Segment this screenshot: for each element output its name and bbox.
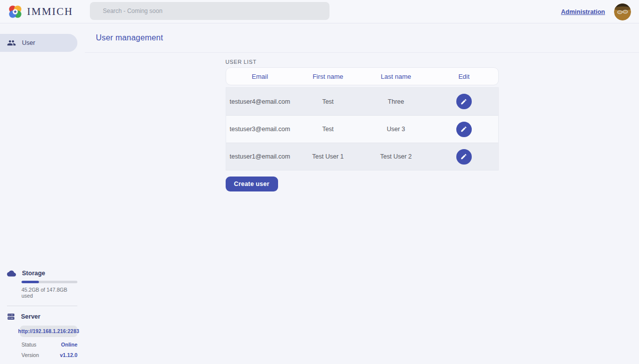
sidebar-status-panel: Storage 45.2GB of 147.8GB used <box>0 270 85 358</box>
top-navbar: IMMICH Administration <box>0 0 639 23</box>
status-label: Status <box>21 342 36 348</box>
create-user-button[interactable]: Create user <box>226 177 278 191</box>
edit-user-button[interactable] <box>456 94 472 109</box>
storage-progress-bar <box>21 281 77 283</box>
server-url-badge: http://192.168.1.216:2283 <box>20 326 77 337</box>
edit-user-button[interactable] <box>456 149 472 165</box>
cell-email: testuser1@email.com <box>226 153 294 160</box>
immich-flower-icon <box>7 3 23 20</box>
table-header: Email First name Last name Edit <box>226 67 499 85</box>
version-label: Version <box>21 352 39 358</box>
user-list-label: USER LIST <box>226 59 499 65</box>
storage-progress-fill <box>21 281 39 283</box>
sidebar-item-user[interactable]: User <box>0 34 77 52</box>
col-header-edit: Edit <box>430 73 498 80</box>
cell-last-name: Test User 2 <box>362 153 430 160</box>
col-header-email: Email <box>226 73 294 80</box>
cell-last-name: Three <box>362 98 430 105</box>
pencil-icon <box>460 153 467 160</box>
edit-user-button[interactable] <box>456 122 472 137</box>
cell-first-name: Test User 1 <box>294 153 362 160</box>
col-header-first-name: First name <box>294 73 362 80</box>
table-row: testuser1@email.com Test User 1 Test Use… <box>226 143 498 170</box>
administration-link[interactable]: Administration <box>561 8 605 15</box>
server-header: Server <box>7 313 77 321</box>
sidebar-item-user-label: User <box>22 39 35 46</box>
search-input[interactable] <box>90 2 329 20</box>
table-body: testuser4@email.com Test Three testuser3… <box>226 87 499 171</box>
immich-admin-page: IMMICH Administration <box>0 0 639 364</box>
cell-last-name: User 3 <box>362 126 430 133</box>
users-icon <box>7 38 16 47</box>
server-title: Server <box>21 313 40 320</box>
cloud-icon <box>7 270 16 277</box>
pencil-icon <box>460 98 467 105</box>
storage-usage-text: 45.2GB of 147.8GB used <box>21 287 77 299</box>
admin-sidebar: User Storage 45.2GB of 147.8GB used <box>0 23 85 364</box>
immich-logo[interactable]: IMMICH <box>7 3 73 20</box>
storage-title: Storage <box>22 270 45 277</box>
table-row: testuser4@email.com Test Three <box>226 88 498 115</box>
cell-first-name: Test <box>294 98 362 105</box>
server-version-row: Version v1.12.0 <box>21 352 77 358</box>
title-bar: User management <box>85 23 639 53</box>
user-avatar[interactable] <box>614 3 631 20</box>
user-list-section: USER LIST Email First name Last name Edi… <box>226 59 499 191</box>
brand-wordmark: IMMICH <box>27 5 73 18</box>
server-icon <box>7 313 15 321</box>
col-header-last-name: Last name <box>362 73 430 80</box>
sidebar-divider <box>7 306 77 306</box>
navbar-right: Administration <box>561 0 631 23</box>
main-content: User management USER LIST Email First na… <box>85 23 639 364</box>
cell-first-name: Test <box>294 126 362 133</box>
page-title: User management <box>96 33 163 42</box>
pencil-icon <box>460 126 467 133</box>
cell-email: testuser4@email.com <box>226 98 294 105</box>
cell-email: testuser3@email.com <box>226 126 294 133</box>
table-row: testuser3@email.com Test User 3 <box>226 115 498 143</box>
status-value: Online <box>61 342 77 348</box>
version-value: v1.12.0 <box>60 352 77 358</box>
server-status-row: Status Online <box>21 342 77 348</box>
storage-header: Storage <box>7 270 77 277</box>
